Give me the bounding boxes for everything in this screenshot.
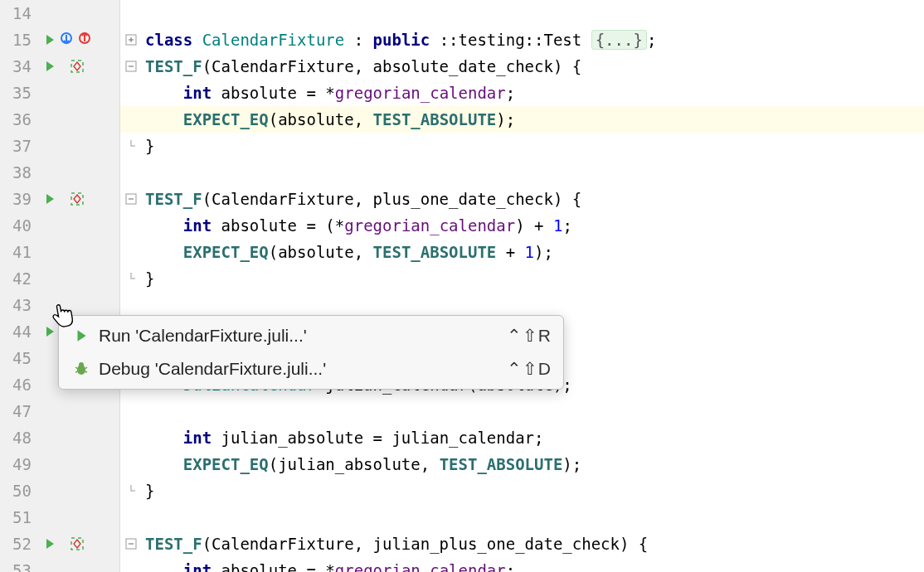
token-macro: TEST_F — [145, 190, 202, 208]
test-target-icon[interactable] — [70, 536, 85, 551]
code-line[interactable]: TEST_F(CalendarFixture, plus_one_date_ch… — [120, 186, 924, 212]
run-test-icon[interactable] — [43, 33, 56, 46]
code-line[interactable] — [120, 398, 924, 424]
run-icon — [71, 328, 92, 343]
line-number: 43 — [0, 296, 36, 314]
token-macro: EXPECT_EQ — [183, 110, 269, 128]
fold-collapse-icon[interactable] — [124, 59, 139, 74]
token-punct: + — [496, 243, 524, 261]
code-line[interactable] — [120, 0, 924, 27]
token-punct: } — [145, 482, 154, 500]
gutter-row: 49 — [0, 451, 119, 477]
line-number: 34 — [0, 57, 36, 75]
code-line[interactable]: TEST_F(CalendarFixture, absolute_date_ch… — [120, 53, 924, 80]
token-cls: CalendarFixture — [202, 31, 345, 49]
token-punct: (julian_absolute, — [269, 455, 440, 473]
gutter-row: 52 — [0, 531, 119, 557]
test-target-icon[interactable] — [70, 191, 85, 206]
code-editor: 1415343536373839404142434445464748495051… — [0, 0, 924, 572]
run-test-icon[interactable] — [43, 60, 56, 73]
code-line[interactable]: } — [120, 477, 924, 504]
token-kw: int — [183, 84, 221, 102]
line-number: 38 — [0, 163, 36, 182]
gutter-row: 42 — [0, 265, 119, 292]
code-line[interactable]: EXPECT_EQ(absolute, TEST_ABSOLUTE + 1); — [120, 239, 924, 265]
token-macro: EXPECT_EQ — [183, 243, 269, 261]
token-punct: (absolute, — [269, 243, 373, 261]
gutter-icons — [36, 30, 119, 50]
token-punct: } — [145, 137, 154, 155]
token-punct: (CalendarFixture, julian_plus_one_date_c… — [202, 535, 649, 553]
token-num: 1 — [553, 216, 562, 235]
code-line[interactable]: int absolute = *gregorian_calendar; — [120, 557, 924, 572]
line-number: 47 — [0, 402, 36, 420]
token-macro: EXPECT_EQ — [183, 455, 269, 473]
token-ident: gregorian_calendar — [335, 84, 506, 102]
token-ident: gregorian_calendar — [344, 216, 515, 235]
code-line[interactable]: int julian_absolute = julian_calendar; — [120, 424, 924, 451]
token-punct: ; — [647, 31, 656, 49]
run-test-icon[interactable] — [43, 537, 56, 550]
fold-end-icon[interactable] — [124, 138, 139, 153]
fold-expand-icon[interactable] — [124, 32, 139, 47]
menu-item-debug[interactable]: Debug 'CalendarFixture.juli...' ⌃⇧D — [59, 352, 563, 385]
line-number: 49 — [0, 455, 36, 473]
token-punct: (CalendarFixture, absolute_date_check) { — [202, 57, 582, 75]
run-test-icon[interactable] — [43, 325, 56, 338]
test-target-icon[interactable] — [70, 59, 85, 74]
line-number: 52 — [0, 535, 36, 553]
menu-label: Debug 'CalendarFixture.juli...' — [99, 359, 507, 379]
token-punct: julian_absolute = julian_calendar; — [221, 429, 544, 447]
svg-line-21 — [75, 371, 78, 372]
line-number: 46 — [0, 376, 36, 394]
fold-end-icon[interactable] — [124, 483, 139, 498]
token-punct: ; — [506, 84, 515, 102]
token-kw: public — [373, 31, 440, 49]
token-num: 1 — [525, 243, 534, 261]
bug-icon — [71, 361, 92, 377]
code-line[interactable]: } — [120, 133, 924, 159]
line-number: 51 — [0, 508, 36, 526]
code-line[interactable]: EXPECT_EQ(absolute, TEST_ABSOLUTE); — [120, 106, 924, 133]
override-icons[interactable] — [60, 30, 100, 50]
gutter-row: 34 — [0, 53, 119, 80]
token-punct: ::testing::Test — [440, 31, 591, 49]
line-number: 48 — [0, 429, 36, 447]
code-line[interactable]: int absolute = *gregorian_calendar; — [120, 80, 924, 106]
run-test-icon[interactable] — [43, 192, 56, 206]
token-punct: : — [344, 31, 372, 49]
line-number: 44 — [0, 322, 36, 341]
token-macro: TEST_ABSOLUTE — [373, 243, 497, 261]
code-line[interactable]: } — [120, 265, 924, 292]
line-number: 53 — [0, 561, 36, 572]
gutter-row: 48 — [0, 424, 119, 451]
token-macro: TEST_F — [145, 535, 202, 553]
token-macro: TEST_F — [145, 57, 202, 75]
gutter-row: 40 — [0, 212, 119, 239]
code-line[interactable] — [120, 504, 924, 531]
line-number: 39 — [0, 190, 36, 208]
token-ident: gregorian_calendar — [335, 561, 506, 572]
gutter-row: 15 — [0, 27, 119, 53]
token-punct: ) + — [515, 216, 553, 235]
code-line[interactable]: class CalendarFixture : public ::testing… — [120, 27, 924, 53]
token-punct: ; — [506, 561, 515, 572]
line-number: 45 — [0, 349, 36, 367]
code-area[interactable]: class CalendarFixture : public ::testing… — [120, 0, 924, 572]
code-line[interactable]: int absolute = (*gregorian_calendar) + 1… — [120, 212, 924, 239]
gutter-row: 39 — [0, 186, 119, 212]
code-line[interactable]: EXPECT_EQ(julian_absolute, TEST_ABSOLUTE… — [120, 451, 924, 477]
gutter: 1415343536373839404142434445464748495051… — [0, 0, 120, 572]
fold-collapse-icon[interactable] — [124, 536, 139, 551]
fold-end-icon[interactable] — [124, 271, 139, 286]
token-kw: int — [183, 216, 221, 235]
menu-item-run[interactable]: Run 'CalendarFixture.juli...' ⌃⇧R — [59, 319, 563, 352]
code-line[interactable]: TEST_F(CalendarFixture, julian_plus_one_… — [120, 531, 924, 557]
line-number: 36 — [0, 110, 36, 128]
gutter-row: 47 — [0, 398, 119, 424]
fold-collapse-icon[interactable] — [124, 191, 139, 206]
line-number: 41 — [0, 243, 36, 261]
gutter-row: 50 — [0, 477, 119, 504]
code-line[interactable] — [120, 159, 924, 186]
gutter-row: 36 — [0, 106, 119, 133]
